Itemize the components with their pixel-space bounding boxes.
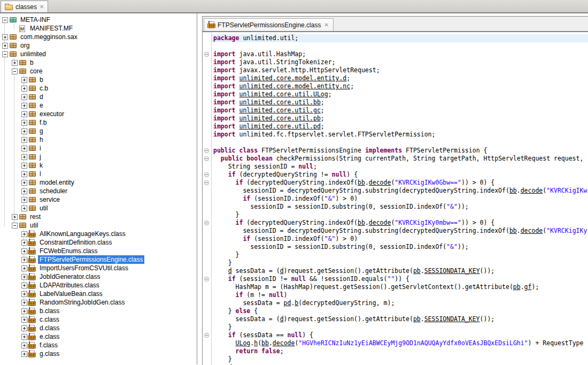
fold-collapse-icon[interactable] [204, 52, 209, 57]
tree-item[interactable]: f.b [0, 118, 197, 127]
expand-plus-icon[interactable] [21, 257, 27, 263]
tree-item[interactable]: model.entity [0, 178, 197, 187]
expand-plus-icon[interactable] [2, 34, 8, 40]
expand-plus-icon[interactable] [21, 308, 27, 314]
fold-collapse-icon[interactable] [204, 220, 209, 225]
expand-plus-icon[interactable] [2, 43, 8, 49]
tree-item-label: k [38, 161, 44, 170]
expand-plus-icon[interactable] [21, 77, 27, 83]
tree-item[interactable]: RandomStringJobIdGen.class [0, 298, 197, 307]
tree-item[interactable]: ConstraintDefinition.class [0, 238, 197, 247]
tree-item[interactable]: service [0, 195, 197, 204]
collapse-minus-icon[interactable] [2, 17, 8, 23]
tree-item[interactable]: c.b [0, 84, 197, 93]
collapse-minus-icon[interactable] [12, 223, 18, 229]
expand-plus-icon[interactable] [21, 231, 27, 237]
tree-item[interactable]: d [0, 93, 197, 101]
tree-item[interactable]: FCWebEnums.class [0, 247, 197, 255]
expand-plus-icon[interactable] [21, 146, 27, 151]
expand-plus-icon[interactable] [21, 343, 27, 348]
code-line: import java.util.HashMap; [213, 50, 588, 58]
expand-plus-icon[interactable] [21, 180, 27, 186]
expand-plus-icon[interactable] [21, 163, 27, 169]
fold-collapse-icon[interactable] [204, 333, 209, 338]
code-line: if (decryptedQueryString.indexOf(bb.deco… [213, 179, 588, 187]
tree-item[interactable]: AllKnownLanguageKeys.class [0, 230, 197, 238]
tree-item[interactable]: ImportUsersFromCSVUtil.class [0, 264, 197, 272]
tree-item[interactable]: unlimited [0, 50, 197, 58]
tree-item[interactable]: LDAPAttributes.class [0, 281, 197, 290]
expand-plus-icon[interactable] [21, 325, 27, 331]
tree-item[interactable]: e [0, 101, 197, 110]
expand-plus-icon[interactable] [12, 214, 18, 220]
expand-plus-icon[interactable] [21, 265, 27, 271]
tree-item[interactable]: executor [0, 110, 197, 118]
collapse-minus-icon[interactable] [2, 51, 8, 57]
fold-collapse-icon[interactable] [204, 277, 209, 282]
expand-plus-icon[interactable] [21, 351, 27, 357]
tree-item[interactable]: com.megginson.sax [0, 33, 197, 41]
expand-plus-icon[interactable] [21, 317, 27, 323]
tree-item[interactable]: b.class [0, 307, 197, 315]
expand-plus-icon[interactable] [21, 128, 27, 134]
expand-plus-icon[interactable] [21, 86, 27, 92]
tree-item[interactable]: MANIFEST.MF [0, 24, 197, 33]
tree-item[interactable]: rest [0, 212, 197, 221]
fold-collapse-icon[interactable] [204, 180, 209, 185]
tree-item[interactable]: f.class [0, 341, 197, 349]
expand-plus-icon[interactable] [21, 240, 27, 246]
tree-item[interactable]: scheduler [0, 187, 197, 195]
expand-plus-icon[interactable] [21, 137, 27, 143]
tree-item[interactable]: l [0, 170, 197, 178]
collapse-minus-icon[interactable] [12, 69, 18, 74]
expand-plus-icon[interactable] [21, 206, 27, 211]
tree-item[interactable]: META-INF [0, 16, 197, 24]
tree-item[interactable]: c.class [0, 315, 197, 324]
tree-item[interactable]: core [0, 67, 197, 75]
tree-item[interactable]: util [0, 204, 197, 212]
tree-item[interactable]: g.class [0, 349, 197, 358]
tree-item[interactable]: i [0, 144, 197, 153]
expand-plus-icon[interactable] [21, 283, 27, 288]
tree-item[interactable]: b [0, 58, 197, 67]
tree-item[interactable]: h [0, 135, 197, 144]
expand-plus-icon[interactable] [21, 171, 27, 177]
tab-classes[interactable]: classes ✕ [1, 1, 48, 12]
expand-plus-icon[interactable] [21, 300, 27, 306]
fold-collapse-icon[interactable] [204, 156, 209, 161]
package-icon [19, 60, 26, 65]
expand-plus-icon[interactable] [21, 334, 27, 340]
expand-plus-icon[interactable] [21, 197, 27, 203]
expand-plus-icon[interactable] [21, 154, 27, 160]
tree-item[interactable]: b [0, 75, 197, 84]
editor-tab-class-file[interactable]: FTPServletPermissionsEngine.class ✕ [204, 18, 334, 31]
package-meta-icon [10, 17, 17, 22]
code-editor[interactable]: package unlimited.util;import java.util.… [203, 32, 588, 365]
tree-item-label: org [19, 41, 31, 50]
expand-plus-icon[interactable] [21, 291, 27, 297]
expand-plus-icon[interactable] [12, 60, 18, 66]
expand-plus-icon[interactable] [21, 274, 27, 280]
tree-item[interactable]: JobIdGenerator.class [0, 272, 197, 281]
tree-item[interactable]: j [0, 153, 197, 161]
close-icon[interactable]: ✕ [324, 22, 328, 28]
expand-plus-icon[interactable] [21, 248, 27, 254]
tree-item[interactable]: org [0, 41, 197, 50]
expand-plus-icon[interactable] [21, 111, 27, 117]
tree-item[interactable]: k [0, 161, 197, 170]
expand-plus-icon[interactable] [21, 188, 27, 194]
expand-plus-icon[interactable] [21, 103, 27, 109]
expand-plus-icon[interactable] [21, 94, 27, 100]
fold-collapse-icon[interactable] [204, 172, 209, 177]
tree-item[interactable]: e.class [0, 332, 197, 341]
expand-plus-icon[interactable] [21, 120, 27, 126]
tree-item[interactable]: d.class [0, 324, 197, 332]
code-line: public boolean checkPermissions(String c… [213, 155, 588, 163]
tree-item[interactable]: LabelValueBean.class [0, 290, 197, 298]
tree-item[interactable]: util [0, 221, 197, 230]
tree-item[interactable]: FTPServletPermissionsEngine.class [0, 255, 197, 264]
tree-item[interactable]: g [0, 127, 197, 135]
fold-collapse-icon[interactable] [204, 148, 209, 153]
package-icon [29, 180, 36, 185]
close-icon[interactable]: ✕ [40, 4, 44, 10]
